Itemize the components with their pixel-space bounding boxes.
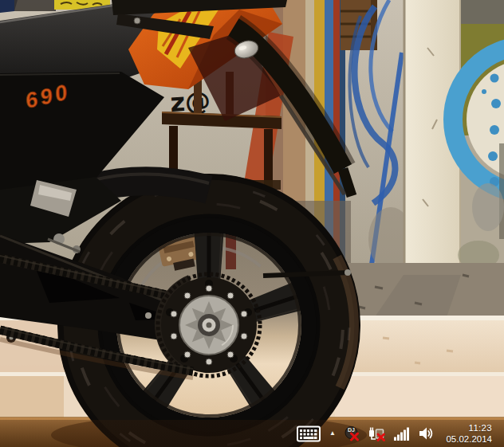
chevron-up-icon: ▲ — [329, 430, 336, 437]
touch-keyboard-button[interactable] — [295, 422, 322, 445]
taskbar: ▲ DJ — [0, 420, 504, 447]
tray-app-offline-button[interactable]: DJ — [343, 422, 361, 445]
network-disconnected-icon — [368, 426, 385, 441]
system-tray: ▲ DJ — [295, 420, 504, 447]
show-hidden-icons-button[interactable]: ▲ — [328, 422, 337, 445]
signal-strength-icon — [394, 427, 410, 441]
tray-app-glyph: DJ — [348, 427, 355, 433]
clock-time: 11:23 — [469, 422, 492, 433]
network-disconnected-button[interactable] — [367, 422, 387, 445]
desktop: z@ — [0, 0, 504, 447]
tray-app-offline-icon: DJ — [345, 425, 360, 441]
taskbar-clock[interactable]: 11:23 05.02.2014 — [441, 422, 494, 445]
volume-button[interactable] — [417, 422, 435, 445]
clock-date: 05.02.2014 — [446, 433, 492, 445]
signal-strength-button[interactable] — [392, 422, 411, 445]
desktop-wallpaper: z@ — [0, 0, 504, 447]
volume-icon — [419, 426, 434, 441]
keyboard-icon — [297, 425, 321, 442]
